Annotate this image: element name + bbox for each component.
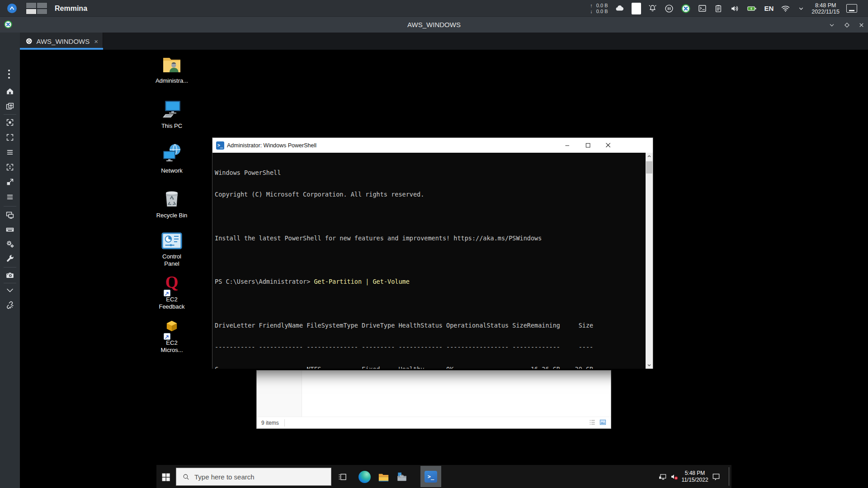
- tab-label: AWS_WINDOWS: [36, 38, 90, 45]
- remmina-icon[interactable]: [681, 4, 691, 14]
- menu-icon[interactable]: [5, 147, 15, 157]
- desktop-icon-ec2-feedback[interactable]: Q EC2 Feedback: [152, 275, 192, 310]
- multi-monitor-icon[interactable]: [5, 210, 15, 220]
- workspace-2[interactable]: [37, 3, 47, 8]
- chevron-down-icon[interactable]: [797, 5, 805, 12]
- scroll-down-icon[interactable]: [646, 361, 653, 369]
- console-scrollbar[interactable]: [646, 153, 653, 369]
- remmina-toolbar: [0, 33, 20, 488]
- desktop-icon-label: Network: [161, 167, 183, 174]
- display-cast-icon[interactable]: [632, 3, 641, 14]
- show-desktop-divider[interactable]: [729, 467, 729, 486]
- dynamic-resolution-icon[interactable]: [5, 162, 15, 172]
- table-row: C NTFS Fixed Healthy OK 16.26 GB 30 GB: [215, 366, 646, 369]
- upload-arrow-icon: ↑: [590, 3, 593, 9]
- control-panel-icon: [161, 232, 183, 252]
- restore-window-button[interactable]: [841, 19, 852, 30]
- language-indicator[interactable]: EN: [764, 5, 774, 12]
- server-manager-icon[interactable]: [396, 470, 408, 483]
- workspace-4[interactable]: [37, 9, 47, 14]
- speaker-icon[interactable]: [730, 4, 740, 14]
- connection-tab-bar: AWS_WINDOWS ×: [20, 33, 868, 50]
- workspace-switcher[interactable]: [26, 2, 47, 14]
- scrollbar-thumb[interactable]: [646, 161, 652, 174]
- clock[interactable]: 8:48 PM 2022/11/15: [811, 2, 840, 15]
- wifi-icon[interactable]: [780, 3, 791, 14]
- taskbar-search[interactable]: [176, 468, 331, 486]
- cloud-icon[interactable]: [615, 4, 625, 14]
- thumbnail-view-icon[interactable]: [599, 419, 606, 427]
- task-view-icon[interactable]: [337, 471, 349, 482]
- toolbar-separator: [4, 267, 16, 267]
- recycle-bin-icon: [162, 188, 182, 211]
- desktop-icon-label: Administra...: [156, 77, 188, 84]
- gnome-top-bar: Remmina ↑0.0 B ↓0.0 B: [0, 0, 868, 17]
- administrator-folder-icon: [161, 54, 183, 76]
- minimize-window-button[interactable]: [826, 19, 837, 30]
- windows-taskbar: >_ 5:48 PM 11/15/2022: [156, 465, 731, 488]
- minimize-button[interactable]: [557, 138, 578, 153]
- tools-icon[interactable]: [5, 253, 15, 263]
- monitor-icon[interactable]: [846, 4, 857, 13]
- toolbar-separator: [4, 114, 16, 115]
- workspace-1[interactable]: [26, 3, 36, 8]
- network-icon: [161, 143, 183, 166]
- file-explorer-window[interactable]: 9 items: [256, 370, 611, 429]
- bell-icon[interactable]: [648, 4, 657, 13]
- console-output[interactable]: Windows PowerShell Copyright (C) Microso…: [212, 153, 646, 369]
- table-header: DriveLetter FriendlyName FileSystemType …: [215, 322, 646, 329]
- edge-icon[interactable]: [358, 470, 371, 483]
- desktop-icon-recycle-bin[interactable]: Recycle Bin: [152, 188, 192, 219]
- workspace-3-active[interactable]: [26, 9, 36, 14]
- resize-window-icon[interactable]: [5, 177, 15, 187]
- settings-gears-icon[interactable]: [5, 239, 15, 249]
- tab-aws-windows[interactable]: AWS_WINDOWS ×: [20, 33, 103, 50]
- ec2-feedback-icon: Q: [161, 275, 183, 295]
- desktop-icon-ec2-microsoft[interactable]: EC2 Micros...: [152, 319, 192, 353]
- minimize-icon[interactable]: [5, 286, 15, 296]
- activities-button[interactable]: [7, 4, 17, 13]
- explorer-navigation-pane[interactable]: [257, 371, 302, 417]
- preferences-menu-icon[interactable]: [5, 192, 15, 202]
- connection-title: AWS_WINDOWS: [0, 17, 868, 33]
- start-button[interactable]: [159, 471, 172, 483]
- desktop-icon-administrator[interactable]: Administra...: [152, 54, 192, 84]
- desktop-icon-network[interactable]: Network: [152, 143, 192, 174]
- scroll-up-icon[interactable]: [646, 153, 653, 160]
- home-icon[interactable]: [5, 86, 15, 96]
- keyboard-grab-icon[interactable]: [5, 225, 15, 235]
- terminal-icon[interactable]: [698, 4, 707, 13]
- desktop-icon-label: Control Panel: [162, 253, 181, 267]
- desktop-icon-this-pc[interactable]: This PC: [152, 99, 192, 130]
- this-pc-icon: [161, 99, 183, 121]
- remmina-desktop-screen: Remmina ↑0.0 B ↓0.0 B: [0, 0, 868, 488]
- desktop-icon-control-panel[interactable]: Control Panel: [152, 232, 192, 267]
- remmina-connection-titlebar[interactable]: AWS_WINDOWS: [0, 17, 868, 33]
- disconnect-icon[interactable]: [5, 300, 15, 310]
- details-view-icon[interactable]: [589, 419, 596, 427]
- kebab-menu-icon[interactable]: [8, 70, 12, 80]
- screenshot-icon[interactable]: [5, 270, 15, 280]
- action-center-icon[interactable]: [711, 472, 722, 482]
- clipboard-icon[interactable]: [714, 4, 723, 13]
- shortcut-arrow-badge: [164, 290, 170, 296]
- search-input[interactable]: [194, 473, 321, 481]
- maximize-button[interactable]: [578, 138, 598, 153]
- toggle-scaled-mode-icon[interactable]: [5, 117, 15, 127]
- pause-icon[interactable]: [664, 4, 674, 14]
- powershell-window[interactable]: >_ Administrator: Windows PowerShell Win…: [212, 137, 653, 369]
- network-tray-icon[interactable]: [657, 472, 668, 482]
- toolbar-separator: [4, 206, 16, 206]
- open-connection-icon[interactable]: [5, 101, 15, 111]
- fullscreen-icon[interactable]: [5, 132, 15, 142]
- powershell-taskbar-button[interactable]: >_: [420, 466, 441, 487]
- file-explorer-icon[interactable]: [377, 470, 390, 483]
- taskbar-clock[interactable]: 5:48 PM 11/15/2022: [677, 465, 712, 488]
- powershell-icon: >_: [216, 141, 224, 150]
- tab-close-icon[interactable]: ×: [94, 38, 98, 45]
- battery-charging-icon[interactable]: [746, 4, 758, 14]
- close-button[interactable]: [598, 138, 618, 153]
- focused-app-title[interactable]: Remmina: [55, 0, 87, 17]
- close-window-button[interactable]: [856, 19, 867, 30]
- ec2-cube-icon: [161, 319, 183, 338]
